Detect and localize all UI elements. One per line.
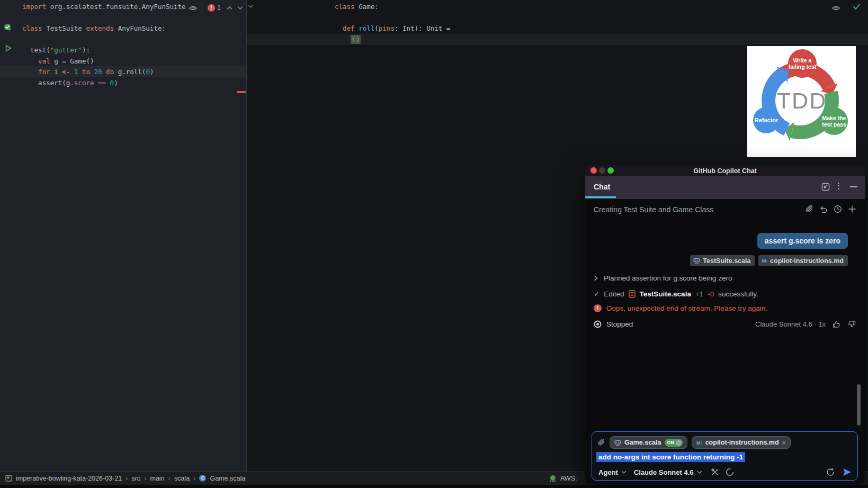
code-token: (	[374, 24, 379, 32]
code-line[interactable]: def roll(pins: Int): Unit =	[247, 23, 868, 34]
project-icon	[5, 475, 12, 482]
tab-chat[interactable]: Chat	[594, 176, 610, 198]
attach-context-icon[interactable]	[805, 205, 813, 213]
mode-selector[interactable]: Agent	[598, 468, 618, 476]
context-chip-game-scala[interactable]: Game.scala ON	[610, 436, 687, 449]
new-chat-plus-icon[interactable]	[848, 205, 856, 213]
plugin-octopus-icon[interactable]	[549, 474, 557, 483]
toggle-on-label: ON	[667, 440, 675, 445]
breadcrumb-separator: ›	[193, 474, 195, 482]
attachment-chip-testsuite[interactable]: TestSuite.scala	[690, 255, 755, 266]
breadcrumb-item-scala[interactable]: scala	[174, 475, 190, 482]
undo-icon[interactable]	[819, 205, 828, 213]
code-token: )	[150, 68, 154, 76]
copilot-icon	[693, 257, 700, 264]
more-options-kebab-icon[interactable]: ⋮	[835, 181, 843, 191]
window-titlebar[interactable]: GitHub Copilot Chat	[585, 165, 865, 176]
selected-prompt-text[interactable]: add no-args int score function returning…	[596, 452, 745, 462]
user-message-bubble: assert g.score is zero	[757, 233, 848, 249]
highlighting-eye-icon[interactable]	[831, 4, 840, 12]
left-editor[interactable]: import org.scalatest.funsuite.AnyFunSuit…	[0, 0, 246, 471]
toggle-knob	[676, 440, 682, 446]
code-token	[335, 24, 343, 32]
code-token: g.roll(	[114, 68, 146, 76]
error-badge-icon[interactable]: !	[208, 4, 215, 12]
code-line[interactable]: for i <- 1 to 20 do g.roll(0)	[0, 66, 246, 77]
copilot-icon	[614, 439, 621, 446]
quota-circle-icon[interactable]	[726, 468, 734, 476]
run-test-gutter-icon[interactable]	[5, 45, 12, 51]
code-line[interactable]: class TestSuite extends AnyFunSuite:	[0, 23, 246, 34]
attachment-label: copilot-instructions.md	[770, 257, 844, 265]
context-chip-instructions[interactable]: M↓ copilot-instructions.md ×	[692, 436, 791, 449]
context-on-toggle[interactable]: ON	[665, 439, 683, 447]
code-line[interactable]: test("gutter"):	[0, 44, 246, 56]
breadcrumb-item-main[interactable]: main	[150, 475, 164, 482]
chat-scrollbar[interactable]	[857, 384, 861, 426]
code-line[interactable]: assert(g.score == 0)	[0, 77, 246, 88]
breadcrumb-item-file[interactable]: Game.scala	[210, 475, 245, 482]
expand-chevron-icon[interactable]	[594, 275, 598, 281]
edited-file-link[interactable]: TestSuite.scala	[640, 290, 691, 298]
no-problems-check-icon[interactable]	[853, 3, 861, 10]
code-line[interactable]: ()	[247, 34, 868, 45]
edited-suffix: successfully.	[718, 290, 758, 298]
breadcrumb-separator: ›	[168, 474, 171, 482]
code-line[interactable]	[0, 34, 246, 45]
code-token: )	[114, 79, 118, 87]
code-token: score	[74, 79, 94, 87]
code-token	[22, 57, 38, 65]
breadcrumb-item-project[interactable]: imperative-bowling-kata-2026-03-21	[16, 475, 122, 482]
attach-file-icon[interactable]	[597, 438, 605, 447]
fold-chevron-icon[interactable]	[248, 4, 254, 8]
code-token: def	[343, 24, 355, 32]
tdd-center-label: TDD	[777, 88, 827, 113]
attachment-chip-instructions[interactable]: M↓ copilot-instructions.md	[758, 255, 848, 266]
remove-chip-icon[interactable]: ×	[782, 439, 786, 447]
code-token: TestSuite	[42, 24, 86, 32]
error-stripe-mark[interactable]	[237, 91, 246, 93]
aws-status-label[interactable]: AWS:	[560, 475, 577, 482]
prompt-input[interactable]: add no-args int score function returning…	[596, 452, 745, 462]
code-token: 0	[110, 79, 114, 87]
code-token: for	[38, 68, 50, 76]
code-token: <-	[58, 68, 74, 76]
history-icon[interactable]	[834, 205, 842, 213]
context-chip-label: copilot-instructions.md	[705, 439, 779, 446]
send-icon[interactable]	[842, 467, 852, 477]
code-token: g = Game()	[50, 57, 94, 65]
code-line[interactable]	[247, 12, 868, 23]
planned-step-text[interactable]: Planned assertion for g.score being zero	[604, 274, 732, 282]
error-icon: !	[594, 304, 602, 312]
code-line[interactable]: class Game:	[247, 1, 868, 12]
test-passed-gutter-icon[interactable]	[4, 23, 12, 31]
code-token	[22, 68, 38, 76]
markdown-icon: M↓	[696, 440, 702, 446]
next-error-chevron-icon[interactable]	[237, 6, 243, 10]
thumbs-down-icon[interactable]	[847, 320, 856, 329]
model-chevron-icon[interactable]	[697, 471, 702, 474]
hide-panel-icon[interactable]	[850, 186, 857, 187]
code-token: assert(g.	[22, 79, 74, 87]
done-check-icon: ✓	[594, 290, 599, 298]
mode-chevron-icon[interactable]	[621, 471, 627, 474]
tools-icon[interactable]	[711, 468, 719, 476]
prev-error-chevron-icon[interactable]	[227, 6, 232, 10]
dock-window-icon[interactable]	[821, 183, 830, 191]
code-token: 0	[146, 68, 150, 76]
breadcrumb-item-src[interactable]: src	[131, 475, 140, 482]
code-token: : Int): Unit =	[395, 24, 450, 32]
code-token: "gutter"	[50, 46, 82, 54]
code-token: val	[38, 57, 50, 65]
chat-input-box[interactable]: Game.scala ON M↓ copilot-instructions.md…	[592, 431, 858, 481]
highlighting-eye-icon[interactable]	[189, 4, 198, 12]
resend-icon[interactable]	[826, 467, 835, 477]
tab-active-underline	[585, 196, 616, 198]
model-selector[interactable]: Claude Sonnet 4.6	[634, 468, 694, 476]
code-token	[102, 68, 106, 76]
code-token: 20	[94, 68, 102, 76]
code-token: extends	[86, 24, 114, 32]
code-line[interactable]: val g = Game()	[0, 56, 246, 67]
thumbs-up-icon[interactable]	[832, 320, 841, 329]
code-line[interactable]	[0, 12, 246, 23]
